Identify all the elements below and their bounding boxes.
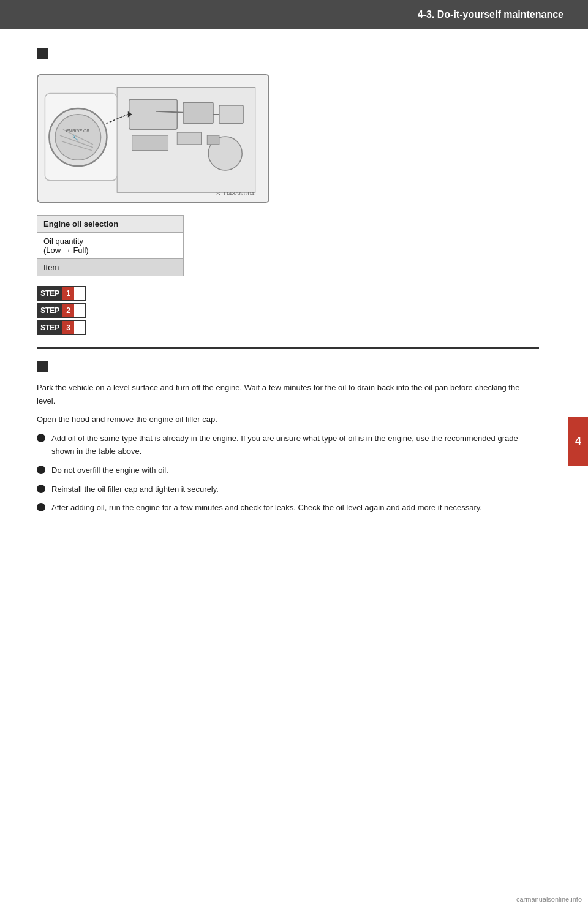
step-3-box: STEP 3 [37,320,86,335]
bullet-dot-1 [37,434,45,442]
step-1-box: STEP 1 [37,286,86,301]
bullet-dot-2 [37,466,45,474]
svg-text:🔧: 🔧 [72,135,78,141]
engine-diagram-svg: ENGINE OIL 🔧 STO43ANU04 [38,75,268,202]
svg-text:STO43ANU04: STO43ANU04 [216,190,255,197]
svg-rect-2 [129,99,177,129]
bullet-item-4: After adding oil, run the engine for a f… [37,502,539,515]
section1-icon [37,48,48,59]
bullet-item-3: Reinstall the oil filler cap and tighten… [37,483,539,496]
svg-rect-6 [132,135,168,151]
chapter-number: 4 [575,435,581,448]
svg-rect-8 [207,135,219,145]
bullet-text-3: Reinstall the oil filler cap and tighten… [51,483,219,496]
step-container: STEP 1 STEP 2 STEP 3 [37,286,551,335]
bullet-text-4: After adding oil, run the engine for a f… [51,502,482,515]
bullet-dot-4 [37,503,45,511]
main-content: ENGINE OIL 🔧 STO43ANU04 Engine oil selec… [0,29,588,539]
engine-image: ENGINE OIL 🔧 STO43ANU04 [37,74,270,203]
step-2-number: 2 [62,304,74,317]
step-2-box: STEP 2 [37,303,86,318]
right-chapter-tab: 4 [568,417,588,466]
bullet-item-1: Add oil of the same type that is already… [37,432,539,458]
bullet-text-1: Add oil of the same type that is already… [51,432,539,458]
bullet-text-2: Do not overfill the engine with oil. [51,464,168,477]
svg-rect-7 [177,132,201,145]
watermark-text: carmanualsonline.info [516,896,582,903]
section2: Park the vehicle on a level surface and … [37,361,551,515]
section2-body1: Park the vehicle on a level surface and … [37,381,539,408]
step-3-label: STEP [37,321,62,334]
step-3-number: 3 [62,321,74,334]
svg-rect-4 [219,105,243,123]
bullet-list: Add oil of the same type that is already… [37,432,539,515]
table-header: Engine oil selection [37,216,184,233]
step-2-label: STEP [37,304,62,317]
bullet-dot-3 [37,485,45,493]
section-divider [37,347,539,349]
section2-body2: Open the hood and remove the engine oil … [37,413,539,426]
step-1-number: 1 [62,287,74,300]
table-row-item: Item [37,259,184,276]
svg-text:ENGINE OIL: ENGINE OIL [66,129,90,133]
bullet-item-2: Do not overfill the engine with oil. [37,464,539,477]
header-title: 4-3. Do-it-yourself maintenance [418,9,564,20]
table-row-quantity: Oil quantity(Low → Full) [37,233,184,259]
footer-watermark: carmanualsonline.info [516,896,582,903]
svg-rect-3 [183,102,213,123]
section1: ENGINE OIL 🔧 STO43ANU04 Engine oil selec… [37,48,551,335]
section2-icon [37,361,48,372]
step-1-label: STEP [37,287,62,300]
oil-selection-table: Engine oil selection Oil quantity(Low → … [37,215,184,276]
header-bar: 4-3. Do-it-yourself maintenance [0,0,588,29]
